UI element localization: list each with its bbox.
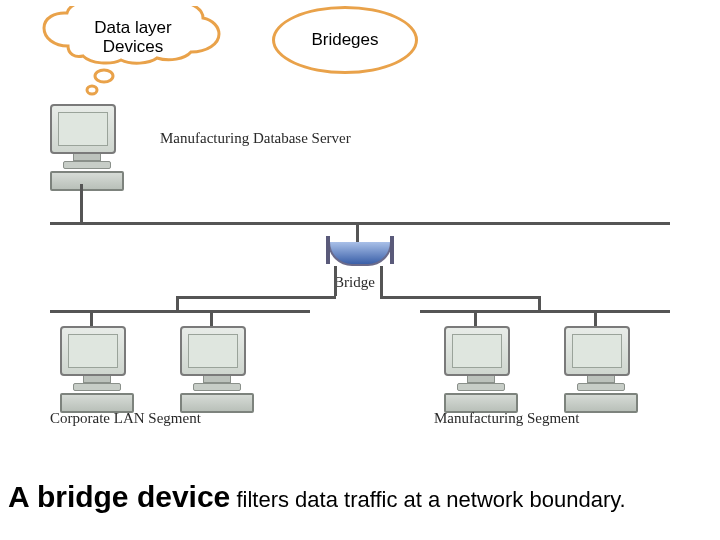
network-diagram: Manufacturing Database Server Bridge Cor… xyxy=(20,100,700,420)
wire xyxy=(176,296,179,310)
server-computer-icon xyxy=(50,104,124,191)
left-bus-line xyxy=(50,310,310,313)
caption-rest: filters data traffic at a network bounda… xyxy=(230,487,625,512)
bridge-label: Bridge xyxy=(334,274,375,291)
callout-line1: Data layer xyxy=(94,18,171,37)
right-segment-label: Manufacturing Segment xyxy=(434,410,579,427)
pc-icon xyxy=(60,326,134,413)
pc-icon xyxy=(444,326,518,413)
wire xyxy=(380,296,540,299)
wire xyxy=(538,296,541,310)
caption-bold: A bridge device xyxy=(8,480,230,513)
pc-icon xyxy=(180,326,254,413)
wire xyxy=(356,222,359,242)
wire xyxy=(210,310,213,326)
pc-icon xyxy=(564,326,638,413)
svg-point-1 xyxy=(87,86,97,94)
upper-bus-line xyxy=(50,222,670,225)
left-segment-label: Corporate LAN Segment xyxy=(50,410,201,427)
callout-line2: Devices xyxy=(103,37,163,56)
caption: A bridge device filters data traffic at … xyxy=(8,480,712,514)
wire xyxy=(474,310,477,326)
server-label: Manufacturing Database Server xyxy=(160,130,351,147)
wire xyxy=(80,184,83,222)
right-bus-line xyxy=(420,310,670,313)
wire xyxy=(90,310,93,326)
wire xyxy=(176,296,336,299)
wire xyxy=(594,310,597,326)
svg-point-0 xyxy=(95,70,113,82)
bridge-icon xyxy=(328,242,392,266)
oval-label: Brideges xyxy=(311,30,378,50)
callout-text: Data layer Devices xyxy=(38,18,228,56)
wire xyxy=(334,266,337,296)
title-oval: Brideges xyxy=(272,6,418,74)
callout-cloud: Data layer Devices xyxy=(38,6,228,76)
wire xyxy=(380,266,383,296)
